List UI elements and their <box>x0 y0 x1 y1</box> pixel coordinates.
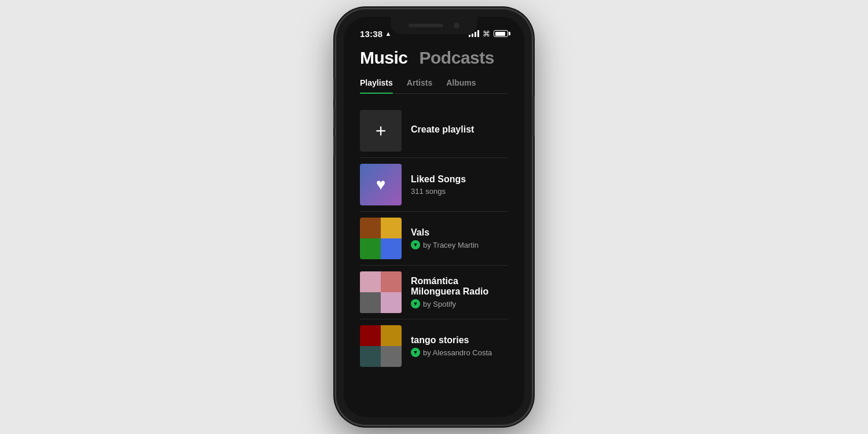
tab-albums[interactable]: Albums <box>446 78 476 93</box>
playlist-info: Vals ▼ by Tracey Martin <box>411 227 508 249</box>
download-badge: ▼ <box>411 299 420 308</box>
camera <box>454 23 459 28</box>
playlist-title: Create playlist <box>411 124 508 135</box>
playlist-title: Vals <box>411 227 508 238</box>
download-icon: ▼ <box>413 301 418 307</box>
tab-podcasts[interactable]: Podcasts <box>420 48 494 68</box>
divider <box>360 265 508 266</box>
playlist-info: tango stories ▼ by Alessandro Costa <box>411 335 508 357</box>
download-badge: ▼ <box>411 348 420 357</box>
list-item[interactable]: ♥ Liked Songs 311 songs <box>360 159 508 210</box>
playlist-subtitle: 311 songs <box>411 187 508 196</box>
download-icon: ▼ <box>413 242 418 248</box>
vals-thumb <box>360 218 402 259</box>
list-item[interactable]: Vals ▼ by Tracey Martin <box>360 213 508 264</box>
liked-songs-thumb: ♥ <box>360 164 402 205</box>
download-icon: ▼ <box>413 350 418 355</box>
phone-frame: 13:38 ▲ ⌘ Music Podcasts <box>336 9 532 425</box>
divider <box>360 319 508 319</box>
playlist-title: Liked Songs <box>411 174 508 185</box>
battery-icon <box>494 30 508 37</box>
tab-playlists[interactable]: Playlists <box>360 78 393 93</box>
create-playlist-thumb: + <box>360 110 402 152</box>
playlist-info: Liked Songs 311 songs <box>411 174 508 196</box>
wifi-icon: ⌘ <box>483 30 490 38</box>
speaker <box>409 24 443 27</box>
header-tabs: Music Podcasts <box>360 48 508 68</box>
playlist-info: Create playlist <box>411 124 508 137</box>
romantica-thumb <box>360 271 402 313</box>
status-time: 13:38 <box>360 29 382 39</box>
divider <box>360 211 508 212</box>
playlist-by: ▼ by Alessandro Costa <box>411 348 508 357</box>
by-text: by Alessandro Costa <box>423 348 492 357</box>
playlist-title: tango stories <box>411 335 508 345</box>
by-text: by Tracey Martin <box>423 241 479 249</box>
download-badge: ▼ <box>411 240 420 249</box>
status-icons: ⌘ <box>469 30 508 38</box>
playlist-by: ▼ by Tracey Martin <box>411 240 508 249</box>
phone-screen: 13:38 ▲ ⌘ Music Podcasts <box>344 17 524 417</box>
list-item[interactable]: tango stories ▼ by Alessandro Costa <box>360 321 508 372</box>
tango-thumb <box>360 325 402 367</box>
list-item[interactable]: + Create playlist <box>360 105 508 156</box>
playlist-info: Romántica Milonguera Radio ▼ by Spotify <box>411 276 508 308</box>
list-item[interactable]: Romántica Milonguera Radio ▼ by Spotify <box>360 267 508 318</box>
playlist-title: Romántica Milonguera Radio <box>411 276 508 297</box>
location-icon: ▲ <box>385 30 391 37</box>
playlist-by: ▼ by Spotify <box>411 299 508 308</box>
app-content: Music Podcasts Playlists Artists Albums … <box>344 42 524 372</box>
heart-icon: ♥ <box>376 175 386 194</box>
sub-tabs: Playlists Artists Albums <box>360 78 508 94</box>
tab-artists[interactable]: Artists <box>407 78 432 93</box>
tab-music[interactable]: Music <box>360 48 408 68</box>
divider <box>360 157 508 158</box>
notch <box>391 17 477 34</box>
plus-icon: + <box>376 122 387 140</box>
by-text: by Spotify <box>423 300 456 308</box>
